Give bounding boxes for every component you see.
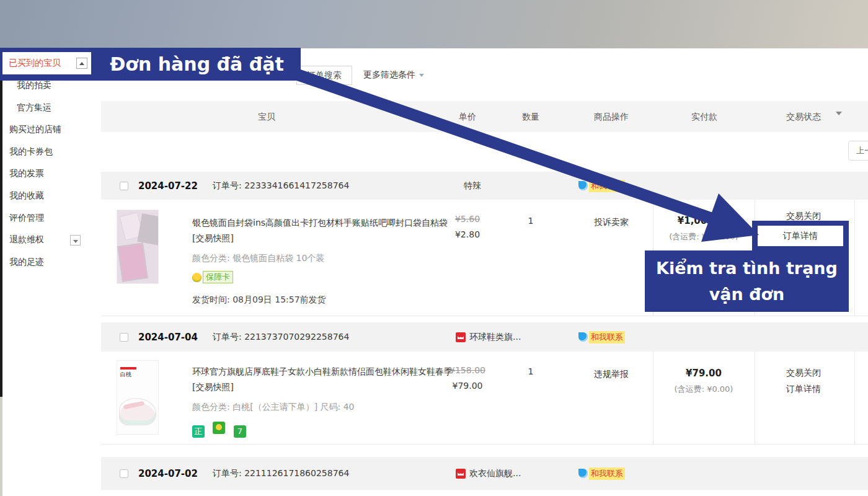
trade-status: 交易关闭: [786, 368, 821, 379]
order-detail-highlight-box: 订单详情: [752, 221, 849, 250]
tracking-annotation-label: Kiểm tra tình trạng vận đơn: [645, 250, 849, 312]
order-search-button[interactable]: 订单搜索: [296, 66, 352, 85]
brand-label: 白桃: [120, 367, 136, 379]
guarantee-card-label: 保障卡: [203, 271, 233, 283]
sidebar: 我的拍卖 官方集运 购买过的店铺 我的卡券包 我的发票 我的收藏 评价管理 退款…: [0, 74, 101, 273]
order-date: 2024-07-04: [138, 332, 198, 343]
order-number-value: 2233341661417258764: [244, 180, 349, 190]
order-detail-link[interactable]: 订单详情: [786, 384, 821, 395]
shop-name[interactable]: 欢衣仙旗舰...: [456, 468, 521, 479]
order-checkbox[interactable]: [120, 333, 128, 342]
triangle-up-icon: [79, 62, 84, 65]
contact-seller[interactable]: 和我联系: [578, 467, 625, 480]
col-header-item-actions: 商品操作: [594, 112, 629, 123]
order-date: 2024-07-02: [138, 468, 198, 479]
authenticity-badge: 正: [192, 425, 205, 438]
sidebar-item-my-invoices[interactable]: 我的发票: [0, 162, 101, 185]
more-filters-label: 更多筛选条件: [363, 69, 415, 79]
product-image[interactable]: 白桃: [117, 360, 159, 435]
col-header-quantity: 数量: [522, 112, 539, 123]
order-header-row: 2024-07-02 订单号: 2211126171860258764 欢衣仙旗…: [101, 457, 868, 490]
wangwang-icon: [578, 332, 588, 342]
order-checkbox[interactable]: [120, 182, 128, 190]
contact-seller[interactable]: 和我联系: [578, 180, 625, 192]
price-current: ¥2.80: [455, 229, 480, 239]
shop-name[interactable]: 环球鞋类旗...: [456, 332, 521, 343]
paid-amount: ¥1,001.80: [669, 215, 738, 226]
placed-orders-label: Đơn hàng đã đặt: [110, 53, 284, 75]
more-filters-dropdown[interactable]: 更多筛选条件: [363, 69, 424, 81]
order-number-value: 2211126171860258764: [244, 468, 349, 478]
sidebar-item-my-footprints[interactable]: 我的足迹: [0, 251, 101, 273]
table-header: 宝贝 单价 数量 商品操作 实付款 交易状态: [101, 101, 868, 132]
tmall-icon: [456, 332, 466, 342]
wangwang-icon: [578, 181, 588, 190]
order-number: 订单号: 2213737070292258764: [213, 332, 349, 343]
sidebar-item-bought-items-active[interactable]: 已买到的宝贝: [2, 52, 91, 74]
quantity-cell: 1: [528, 216, 534, 226]
order-header-row: 2024-07-22 订单号: 2233341661417258764 特辣 和…: [101, 172, 868, 200]
contact-label: 和我联系: [589, 180, 625, 192]
sidebar-item-shops-purchased[interactable]: 购买过的店铺: [0, 118, 101, 141]
shop-name[interactable]: 特辣: [464, 180, 481, 192]
unit-price-cell: ¥158.00 ¥79.00: [450, 365, 485, 391]
image-shape: [137, 213, 159, 246]
order-number: 订单号: 2233341661417258764: [213, 180, 349, 192]
tmall-icon: [456, 469, 466, 479]
contact-seller[interactable]: 和我联系: [578, 331, 625, 343]
column-divider: [854, 352, 855, 444]
order-detail-button[interactable]: 订单详情: [758, 226, 843, 246]
order-number-value: 2213737070292258764: [244, 332, 349, 342]
flower-icon: [192, 273, 202, 282]
tracking-label-line2: vận đơn: [709, 281, 785, 308]
guarantee-card-badge[interactable]: 保障卡: [192, 271, 233, 283]
order-header-row: 2024-07-04 订单号: 2213737070292258764 环球鞋类…: [101, 322, 868, 352]
order-number: 订单号: 2211126171860258764: [213, 468, 349, 479]
sidebar-item-review-management[interactable]: 评价管理: [0, 207, 101, 229]
sidebar-item-my-coupons[interactable]: 我的卡券包: [0, 141, 101, 163]
order-date: 2024-07-22: [138, 180, 198, 192]
shop-name-label: 欢衣仙旗舰...: [469, 468, 521, 479]
product-variant: 颜色分类: 白桃[（公主请下单）] 尺码: 40: [192, 402, 459, 413]
price-original: ¥5.60: [455, 214, 480, 224]
seven-day-badge: 7: [234, 425, 246, 438]
paid-amount: ¥79.00: [675, 368, 733, 379]
expand-down-icon[interactable]: [70, 235, 81, 246]
col-header-item: 宝贝: [258, 112, 275, 123]
col-header-unit-price: 单价: [459, 112, 476, 123]
trade-status-cell: 交易关闭 订单详情: [786, 368, 821, 395]
sidebar-item-refund-rights[interactable]: 退款维权: [0, 229, 101, 251]
shop-name-label: 环球鞋类旗...: [469, 332, 521, 343]
column-divider: [755, 352, 755, 444]
amount-paid-cell: ¥1,001.80 (含运费: ¥999.00): [669, 215, 738, 242]
collapse-up-icon[interactable]: [76, 58, 87, 69]
quantity-cell: 1: [528, 366, 534, 376]
shipping-fee: (含运费: ¥999.00): [669, 231, 738, 242]
sidebar-item-official-consolidation[interactable]: 官方集运: [0, 97, 101, 119]
order-number-label: 订单号:: [213, 468, 242, 478]
order-number-label: 订单号:: [213, 180, 242, 190]
ship-deadline: 发货时间: 08月09日 15:57前发货: [192, 294, 459, 306]
report-violation-link[interactable]: 违规举报: [594, 369, 629, 380]
product-title-link[interactable]: 银色镜面自封袋ins高颜值出卡打包材料手账贴纸吧唧封口袋自粘袋 [交易快照]: [192, 215, 459, 246]
column-divider: [653, 352, 653, 444]
price-current: ¥79.00: [450, 381, 485, 391]
tracking-label-line1: Kiểm tra tình trạng: [656, 255, 838, 281]
complain-seller-link[interactable]: 投诉卖家: [594, 217, 629, 228]
order-product-row: 白桃 环球官方旗舰店厚底鞋子女款小白鞋新款情侣面包鞋休闲鞋女鞋春季 [交易快照]…: [101, 352, 868, 445]
sidebar-item-my-favorites[interactable]: 我的收藏: [0, 185, 101, 207]
prev-page-button[interactable]: 上一页: [848, 141, 868, 161]
product-title-link[interactable]: 环球官方旗舰店厚底鞋子女款小白鞋新款情侣面包鞋休闲鞋女鞋春季 [交易快照]: [192, 364, 459, 395]
order-checkbox[interactable]: [120, 469, 128, 478]
status-filter-chevron-icon[interactable]: [836, 112, 842, 115]
col-header-trade-status: 交易状态: [786, 112, 821, 123]
product-info: 环球官方旗舰店厚底鞋子女款小白鞋新款情侣面包鞋休闲鞋女鞋春季 [交易快照] 颜色…: [192, 364, 459, 438]
col-header-amount-paid: 实付款: [691, 112, 717, 123]
product-image[interactable]: [117, 210, 159, 284]
image-shape: [117, 242, 148, 281]
bulb-badge-icon: [213, 422, 225, 434]
active-item-label: 已买到的宝贝: [9, 58, 61, 69]
contact-label: 和我联系: [589, 467, 625, 480]
shipping-fee: (含运费: ¥0.00): [675, 384, 733, 395]
taobao-order-page: { "colors": { "annotation_navy": "#2c3a8…: [0, 0, 868, 496]
